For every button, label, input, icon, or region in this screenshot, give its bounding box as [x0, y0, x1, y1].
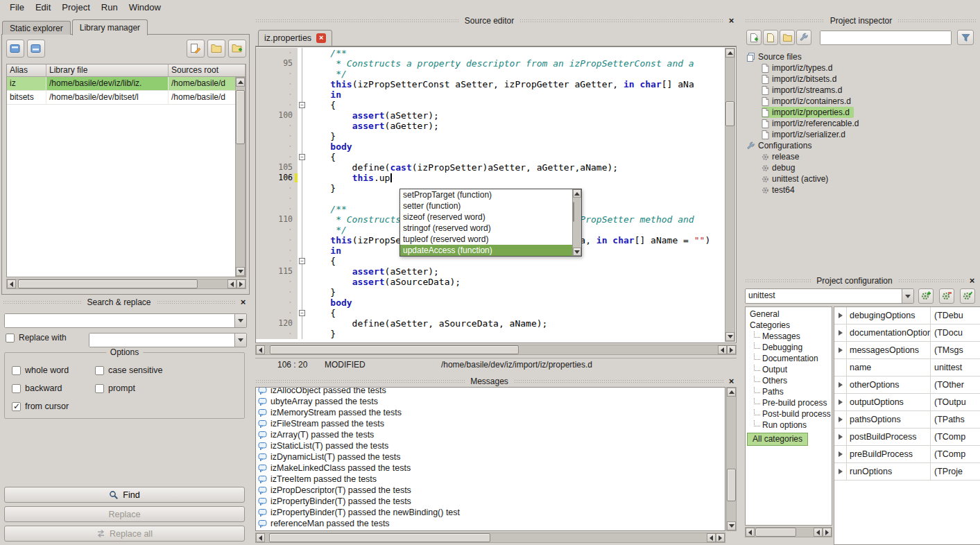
alias-cell[interactable]: bitsets — [7, 91, 46, 104]
checkbox[interactable] — [12, 366, 21, 375]
messages-list[interactable]: izAllocObject passed the testsubyteArray… — [255, 387, 725, 531]
message-row[interactable]: izFileStream passed the tests — [256, 418, 725, 429]
inspector-node-source-files[interactable]: Source files — [746, 51, 806, 62]
scroll-right-button[interactable] — [237, 279, 246, 288]
remove-source-button[interactable] — [763, 30, 778, 45]
find-button[interactable]: Find — [4, 487, 245, 503]
property-name[interactable]: runOptions — [847, 463, 931, 480]
all-categories-button[interactable]: All categories — [747, 433, 808, 446]
expand-arrow-icon[interactable] — [834, 411, 847, 428]
replace-input[interactable] — [89, 333, 247, 347]
property-grid[interactable]: debugingOptions(TDebudocumentationOption… — [834, 306, 980, 545]
option-from-cursor[interactable]: from cursor — [12, 401, 95, 411]
completion-item[interactable]: setter (function) — [400, 200, 572, 211]
scroll-left-button[interactable] — [256, 345, 265, 354]
configuration-categories[interactable]: GeneralCategoriesMessagesDebuggingDocume… — [745, 306, 832, 526]
messages-horizontal-scrollbar[interactable] — [255, 533, 725, 543]
option-prompt[interactable]: prompt — [95, 383, 240, 393]
property-row-runoptions[interactable]: runOptions(TProje — [834, 463, 980, 481]
message-row[interactable]: referenceMan passed the tests — [256, 518, 725, 529]
completion-item[interactable]: sizeof (reserved word) — [400, 211, 572, 223]
scroll-left-button[interactable] — [227, 279, 237, 288]
property-value[interactable]: (TMsgs — [931, 342, 980, 358]
alias-cell[interactable]: iz — [7, 77, 46, 90]
inspector-node-configurations[interactable]: Configurations — [746, 140, 816, 151]
library-file-cell[interactable]: /home/basile/dev/iz/lib/iz. — [46, 77, 169, 90]
source-line[interactable]: · } — [256, 131, 725, 141]
category-documentation[interactable]: Documentation — [746, 353, 832, 364]
scrollbar-track[interactable] — [16, 279, 227, 288]
inspector-filter-field[interactable] — [820, 31, 951, 44]
library-vertical-scrollbar[interactable] — [235, 77, 246, 277]
scrollbar-thumb[interactable] — [236, 90, 245, 144]
source-line[interactable]: · } — [256, 287, 725, 297]
inspector-node-import-iz-bitsets-d[interactable]: import/iz/bitsets.d — [762, 73, 841, 85]
tab-static-explorer[interactable]: Static explorer — [2, 21, 71, 35]
library-horizontal-scrollbar[interactable] — [6, 279, 246, 289]
source-line[interactable]: · } — [256, 329, 725, 339]
property-value[interactable]: (TComp — [931, 429, 980, 445]
category-run-options[interactable]: Run options — [746, 419, 832, 431]
categories-horizontal-scrollbar[interactable] — [745, 527, 832, 537]
scrollbar-thumb[interactable] — [270, 345, 519, 354]
source-line[interactable]: 95 * Constructs a property descriptor fr… — [256, 58, 725, 69]
scroll-up-button[interactable] — [573, 189, 581, 198]
tab-library-manager[interactable]: Library manager — [72, 19, 148, 35]
property-row-name[interactable]: nameunittest — [834, 359, 980, 377]
column-header-sources-root[interactable]: Sources root — [169, 64, 246, 76]
inspector-node-import-iz-properties-d[interactable]: import/iz/properties.d — [762, 107, 854, 118]
message-row[interactable]: ubyteArray passed the tests — [256, 396, 725, 407]
replace-input-field[interactable] — [89, 334, 234, 347]
scroll-up-button[interactable] — [727, 388, 736, 397]
category-categories[interactable]: Categories — [746, 320, 832, 331]
property-name[interactable]: pathsOptions — [847, 411, 931, 428]
expand-arrow-icon[interactable] — [834, 342, 847, 358]
menu-project[interactable]: Project — [56, 1, 95, 13]
message-row[interactable]: izStaticList(T) passed the tests — [256, 440, 725, 451]
checkbox[interactable] — [95, 384, 104, 393]
expand-arrow-icon[interactable] — [834, 377, 847, 393]
remove-configuration-button[interactable] — [939, 288, 954, 304]
scroll-up-button[interactable] — [236, 78, 245, 87]
source-line[interactable]: 105 define(cast(izPropSetter)aSetter, aG… — [256, 162, 725, 173]
property-row-documentationoptions[interactable]: documentationOptions(TDocu — [834, 325, 980, 342]
property-name[interactable]: preBuildProcess — [847, 446, 931, 462]
checkbox[interactable] — [12, 384, 21, 393]
replace-with-checkbox[interactable] — [6, 334, 15, 343]
clone-configuration-button[interactable] — [960, 288, 975, 304]
category-messages[interactable]: Messages — [746, 331, 832, 342]
scrollbar-thumb[interactable] — [573, 202, 574, 222]
message-row[interactable]: izTreeItem passed the tests — [256, 474, 725, 485]
code-editor[interactable]: · /**95 * Constructs a property descript… — [255, 46, 737, 343]
library-row-bitsets[interactable]: bitsets/home/basile/dev/bitset/l/home/ba… — [7, 91, 246, 105]
tab-iz-properties[interactable]: iz.properties × — [258, 30, 332, 46]
message-row[interactable]: izDynamicList(T) passed the tests — [256, 451, 725, 462]
replace-button[interactable]: Replace — [4, 506, 245, 522]
property-value[interactable]: (TOther — [931, 377, 980, 393]
close-tab-icon[interactable]: × — [316, 33, 326, 43]
category-general[interactable]: General — [746, 309, 832, 320]
completion-item[interactable]: tupleof (reserved word) — [400, 234, 572, 245]
source-line[interactable]: 100 assert(aSetter); — [256, 110, 725, 121]
property-row-outputoptions[interactable]: outputOptions(TOutpu — [834, 394, 980, 411]
inspector-node-import-iz-types-d[interactable]: import/iz/types.d — [762, 62, 836, 73]
expand-arrow-icon[interactable] — [834, 394, 847, 410]
close-icon[interactable]: × — [967, 276, 977, 286]
inspector-node-debug[interactable]: debug — [762, 162, 799, 173]
source-line[interactable]: 120 define(aSetter, aSourceData, aName); — [256, 318, 725, 329]
source-line[interactable]: 106 this.up — [256, 173, 725, 183]
scroll-left-button[interactable] — [707, 533, 716, 542]
scroll-left-button[interactable] — [256, 533, 265, 542]
property-value[interactable]: (TPaths — [931, 411, 980, 428]
add-configuration-button[interactable] — [918, 288, 934, 304]
filter-button[interactable] — [957, 30, 974, 45]
inspector-node-release[interactable]: release — [762, 151, 803, 162]
add-folder-button[interactable] — [780, 30, 795, 45]
property-row-messagesoptions[interactable]: messagesOptions(TMsgs — [834, 342, 980, 359]
property-row-postbuildprocess[interactable]: postBuildProcess(TComp — [834, 429, 980, 446]
inspector-tree[interactable]: Source filesimport/iz/types.dimport/iz/b… — [745, 51, 977, 270]
category-output[interactable]: Output — [746, 364, 832, 375]
property-row-debugingoptions[interactable]: debugingOptions(TDebu — [834, 307, 980, 325]
message-row[interactable]: izAllocObject passed the tests — [256, 387, 725, 396]
source-line[interactable]: ·− { — [256, 100, 725, 110]
